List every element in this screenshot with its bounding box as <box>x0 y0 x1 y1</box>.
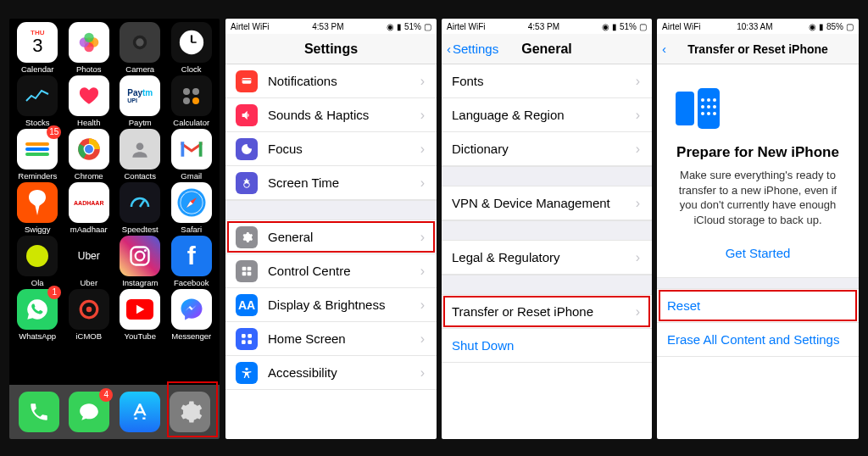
app-speedtest[interactable]: Speedtest <box>115 182 165 234</box>
svg-rect-32 <box>248 266 252 270</box>
app-paytm[interactable]: PaytmUPIPaytm <box>115 75 165 127</box>
svg-point-4 <box>84 33 93 42</box>
whatsapp-icon: 1 <box>17 289 58 330</box>
row-legal-regulatory[interactable]: Legal & Regulatory› <box>442 241 652 275</box>
row-erase-all-content-and-settings[interactable]: Erase All Content and Settings <box>657 323 859 357</box>
svg-point-49 <box>707 112 710 115</box>
clock-label: 4:53 PM <box>528 22 559 31</box>
app-youtube[interactable]: YouTube <box>115 289 165 341</box>
speech-bubble-icon <box>78 401 100 423</box>
row-shut-down[interactable]: Shut Down <box>442 329 652 363</box>
svg-point-23 <box>144 249 147 252</box>
app-gmail[interactable]: Gmail <box>167 129 217 181</box>
app-whatsapp[interactable]: 1WhatsApp <box>13 289 63 341</box>
app-label: Camera <box>125 64 154 74</box>
clock-icon <box>171 22 212 63</box>
app-contacts[interactable]: Contacts <box>115 129 165 181</box>
app-label: WhatsApp <box>19 331 56 341</box>
youtube-icon <box>120 289 160 330</box>
screen-time-icon <box>236 172 258 194</box>
get-started-button[interactable]: Get Started <box>657 234 859 277</box>
app-reminders[interactable]: 15Reminders <box>13 129 63 181</box>
row-home-screen[interactable]: Home Screen› <box>225 322 437 356</box>
row-label: General <box>268 230 313 244</box>
row-control-centre[interactable]: Control Centre› <box>225 254 437 288</box>
app-messenger[interactable]: Messenger <box>167 289 217 341</box>
devices-icon <box>670 85 845 132</box>
app-facebook[interactable]: fFacebook <box>167 236 217 287</box>
calculator-icon <box>171 75 212 116</box>
app-uber[interactable]: UberUber <box>64 236 114 287</box>
row-display-brightness[interactable]: AADisplay & Brightness› <box>225 288 437 322</box>
row-reset[interactable]: Reset <box>657 289 859 323</box>
svg-rect-33 <box>242 271 247 275</box>
app-calculator[interactable]: Calculator <box>167 75 217 127</box>
row-transfer-or-reset-iphone[interactable]: Transfer or Reset iPhone› <box>442 295 652 329</box>
app-calendar[interactable]: THU3Calendar <box>13 22 63 74</box>
home-screen-panel: THU3CalendarPhotosCameraClockStocksHealt… <box>9 19 220 439</box>
svg-rect-29 <box>242 79 252 80</box>
chevron-right-icon: › <box>636 142 640 157</box>
row-general[interactable]: General› <box>225 220 437 254</box>
app-ola[interactable]: Ola <box>13 236 63 287</box>
settings-list: Notifications›Sounds & Haptics›Focus›Scr… <box>225 64 437 390</box>
general-list-panel: Airtel WiFi 4:53 PM ◉ ▮ 51% ▢ ‹Settings … <box>442 19 652 439</box>
chevron-right-icon: › <box>636 74 640 89</box>
svg-rect-34 <box>248 271 252 275</box>
ola-icon <box>17 236 58 276</box>
app-health[interactable]: Health <box>64 75 114 127</box>
app-maadhaar[interactable]: AADHAARmAadhaar <box>64 182 114 234</box>
app-label: Swiggy <box>25 225 51 234</box>
settings-app-icon[interactable] <box>170 392 210 432</box>
app-instagram[interactable]: Instagram <box>115 236 165 287</box>
row-sounds-haptics[interactable]: Sounds & Haptics› <box>225 98 437 132</box>
sounds-haptics-icon <box>236 104 258 126</box>
app-label: Calculator <box>173 118 209 127</box>
accessibility-icon <box>236 362 258 384</box>
general-icon <box>236 226 258 248</box>
svg-point-43 <box>707 98 710 102</box>
chrome-icon <box>69 129 109 170</box>
app-label: Health <box>77 118 100 127</box>
app-safari[interactable]: Safari <box>167 182 217 234</box>
app-store-icon[interactable] <box>120 392 160 432</box>
row-vpn-device-management[interactable]: VPN & Device Management› <box>442 186 652 220</box>
display-brightness-icon: AA <box>236 294 258 316</box>
app-chrome[interactable]: Chrome <box>64 129 114 181</box>
clock-label: 10:33 AM <box>737 22 772 31</box>
reset-options-list: ResetErase All Content and Settings <box>657 289 859 357</box>
app-label: Reminders <box>18 171 57 181</box>
row-accessibility[interactable]: Accessibility› <box>225 356 437 390</box>
safari-icon <box>171 182 212 223</box>
row-notifications[interactable]: Notifications› <box>225 64 437 98</box>
row-dictionary[interactable]: Dictionary› <box>442 132 652 166</box>
health-icon <box>69 75 109 116</box>
status-bar: Airtel WiFi 10:33 AM ◉ ▮ 85% ▢ <box>657 19 859 34</box>
chevron-right-icon: › <box>420 142 425 157</box>
speedtest-icon <box>120 182 160 223</box>
camera-icon <box>120 22 160 63</box>
row-fonts[interactable]: Fonts› <box>442 64 652 98</box>
facebook-icon: f <box>171 236 212 276</box>
nav-title: Settings <box>225 42 437 57</box>
section-gap <box>442 166 652 186</box>
row-screen-time[interactable]: Screen Time› <box>225 166 437 200</box>
row-label: Language & Region <box>452 108 565 122</box>
row-language-region[interactable]: Language & Region› <box>442 98 652 132</box>
app-swiggy[interactable]: Swiggy <box>13 182 63 234</box>
row-focus[interactable]: Focus› <box>225 132 437 166</box>
messenger-icon <box>171 289 212 330</box>
svg-point-39 <box>245 367 248 370</box>
row-label: Dictionary <box>452 142 509 156</box>
gear-icon <box>177 399 203 425</box>
messages-app-icon[interactable]: 4 <box>69 392 109 432</box>
swiggy-icon <box>17 182 58 223</box>
app-stocks[interactable]: Stocks <box>13 75 63 127</box>
svg-point-48 <box>701 112 704 115</box>
app-photos[interactable]: Photos <box>64 22 114 74</box>
row-label: Erase All Content and Settings <box>667 332 839 347</box>
app-camera[interactable]: Camera <box>115 22 165 74</box>
app-clock[interactable]: Clock <box>167 22 217 74</box>
phone-app-icon[interactable] <box>19 392 59 432</box>
app-icmob[interactable]: iCMOB <box>64 289 114 341</box>
